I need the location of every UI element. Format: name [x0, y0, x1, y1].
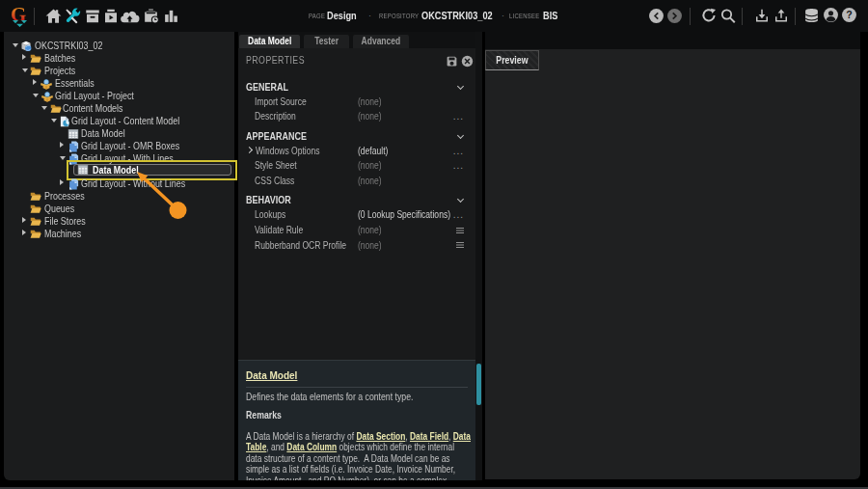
svg-text:?: ?	[846, 9, 852, 20]
